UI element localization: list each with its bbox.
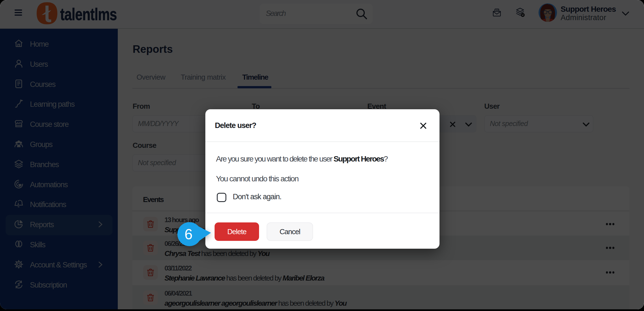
svg-text:6: 6 bbox=[185, 226, 193, 242]
